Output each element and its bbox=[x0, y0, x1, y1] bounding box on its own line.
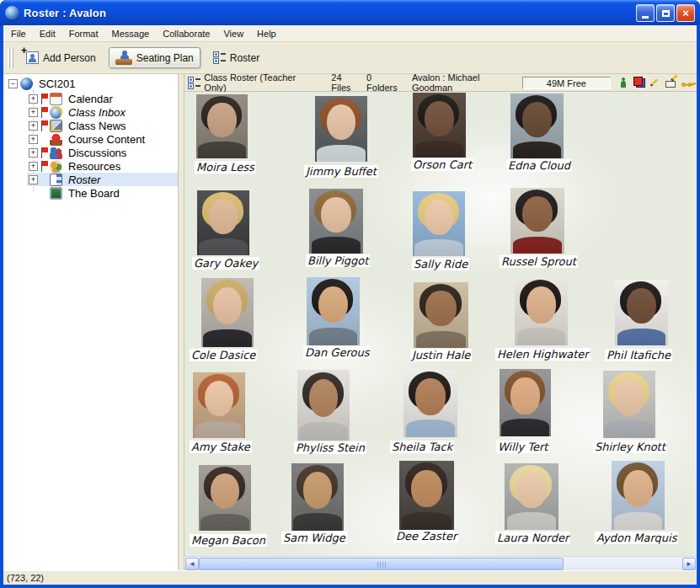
student-name-label[interactable]: Shirley Knott bbox=[593, 441, 667, 453]
tree-item[interactable]: + Discussions bbox=[3, 146, 178, 159]
student-photo[interactable] bbox=[193, 372, 245, 438]
scroll-left-button[interactable]: ◄ bbox=[185, 558, 199, 570]
tree-item[interactable]: + Calendar bbox=[3, 92, 178, 105]
student-name-label[interactable]: Phyliss Stein bbox=[294, 441, 366, 454]
student-name-label[interactable]: Sheila Tack bbox=[390, 441, 454, 453]
pane-splitter[interactable] bbox=[178, 74, 184, 570]
tree-item-label: Calendar bbox=[66, 93, 115, 105]
expand-toggle[interactable]: + bbox=[29, 121, 38, 131]
student-name-label[interactable]: Moira Less bbox=[195, 161, 256, 174]
student-name-label[interactable]: Megan Bacon bbox=[190, 534, 267, 547]
student-photo[interactable] bbox=[309, 189, 363, 254]
portrait-torso bbox=[299, 422, 347, 441]
expand-toggle[interactable]: + bbox=[29, 148, 38, 158]
menu-file[interactable]: File bbox=[3, 27, 33, 40]
student-name-label[interactable]: Amy Stake bbox=[190, 441, 252, 453]
green-person-icon[interactable] bbox=[617, 77, 629, 88]
tree-item[interactable]: The Board bbox=[3, 186, 178, 200]
tree-item[interactable]: + Roster bbox=[3, 173, 178, 186]
toolbar-grip[interactable] bbox=[8, 48, 13, 68]
student-name-label[interactable]: Phil Itafiche bbox=[605, 349, 672, 361]
menu-view[interactable]: View bbox=[216, 27, 250, 40]
student-photo[interactable] bbox=[291, 463, 344, 531]
key-pencil-icon[interactable] bbox=[681, 77, 693, 88]
expand-toggle[interactable]: + bbox=[29, 94, 38, 104]
portrait-hair bbox=[314, 190, 356, 227]
student-photo[interactable] bbox=[315, 96, 367, 162]
minimize-button[interactable] bbox=[636, 4, 655, 22]
expand-toggle[interactable]: + bbox=[29, 175, 38, 184]
student-photo[interactable] bbox=[414, 282, 468, 348]
add-person-button[interactable]: Add Person bbox=[20, 49, 102, 67]
menu-message[interactable]: Message bbox=[105, 27, 157, 40]
student-name-label[interactable]: Justin Hale bbox=[410, 349, 472, 361]
student-name-label[interactable]: Helen Highwater bbox=[495, 348, 590, 361]
tree-item-root[interactable]: − SCI201 bbox=[3, 77, 178, 90]
student-photo[interactable] bbox=[196, 94, 248, 158]
tree-item[interactable]: + Class News bbox=[3, 119, 178, 132]
student-photo[interactable] bbox=[505, 463, 558, 530]
scroll-right-button[interactable]: ► bbox=[682, 558, 696, 570]
portrait-hair bbox=[418, 94, 459, 131]
close-button[interactable]: × bbox=[676, 4, 695, 22]
tree-item[interactable]: + Course Content bbox=[3, 132, 178, 146]
roster-toolbar-button[interactable]: Roster bbox=[207, 49, 265, 67]
tree-item[interactable]: + Class Inbox bbox=[3, 105, 178, 119]
student-name-label[interactable]: Laura Norder bbox=[495, 532, 570, 544]
portrait-torso bbox=[406, 420, 456, 437]
files-count: 24 Files bbox=[331, 72, 362, 93]
student-name-label[interactable]: Sally Ride bbox=[412, 258, 469, 270]
menu-collaborate[interactable]: Collaborate bbox=[156, 27, 216, 40]
student-photo[interactable] bbox=[603, 371, 655, 438]
student-name-label[interactable]: Jimmy Buffet bbox=[304, 165, 378, 178]
student-photo[interactable] bbox=[510, 188, 564, 254]
student-name-label[interactable]: Dee Zaster bbox=[394, 530, 458, 543]
student-photo[interactable] bbox=[612, 461, 665, 530]
menu-format[interactable]: Format bbox=[62, 27, 105, 40]
student-name-label[interactable]: Aydon Marquis bbox=[595, 532, 678, 544]
portrait-hair bbox=[206, 280, 247, 318]
student-photo[interactable] bbox=[515, 278, 568, 345]
student-photo[interactable] bbox=[403, 370, 457, 437]
student-name-label[interactable]: Willy Tert bbox=[496, 441, 549, 453]
menu-edit[interactable]: Edit bbox=[33, 27, 62, 40]
seating-plan-button[interactable]: Seating Plan bbox=[109, 47, 200, 68]
roster-canvas[interactable]: ◄ ► Moira Less Jimmy Buffet Orson Cart E… bbox=[184, 92, 697, 570]
collapse-toggle[interactable]: − bbox=[8, 79, 18, 88]
menu-help[interactable]: Help bbox=[250, 27, 283, 40]
student-name-label[interactable]: Dan Gerous bbox=[303, 346, 371, 359]
student-name-label[interactable]: Edna Cloud bbox=[506, 159, 572, 172]
student-photo[interactable] bbox=[413, 191, 465, 256]
student-name-label[interactable]: Russel Sprout bbox=[500, 255, 578, 268]
unread-flag-icon bbox=[40, 107, 48, 118]
expand-toggle[interactable]: + bbox=[29, 135, 38, 144]
maximize-button[interactable] bbox=[656, 4, 675, 22]
expand-toggle[interactable]: + bbox=[29, 108, 38, 117]
expand-toggle[interactable]: + bbox=[29, 162, 38, 171]
student-photo[interactable] bbox=[297, 370, 350, 441]
student-photo[interactable] bbox=[413, 93, 466, 158]
student-photo[interactable] bbox=[199, 465, 251, 531]
student-photo[interactable] bbox=[615, 280, 668, 345]
portrait-torso bbox=[507, 512, 557, 530]
tree-item[interactable]: + Resources bbox=[3, 159, 178, 173]
student-name-label[interactable]: Cole Dasice bbox=[190, 349, 257, 361]
student-name-label[interactable]: Sam Widge bbox=[281, 532, 347, 544]
tree-children: + Calendar + Class Inbox + Class News + … bbox=[3, 92, 178, 200]
student-photo[interactable] bbox=[197, 190, 249, 255]
student-photo[interactable] bbox=[307, 277, 360, 345]
student-name-label[interactable]: Gary Oakey bbox=[192, 257, 259, 270]
student-photo[interactable] bbox=[399, 461, 454, 530]
horizontal-scrollbar[interactable]: ◄ ► bbox=[184, 556, 697, 570]
envelope-pencil-icon[interactable] bbox=[665, 77, 677, 88]
student-name-label[interactable]: Billy Piggot bbox=[306, 254, 370, 267]
student-photo[interactable] bbox=[500, 369, 551, 436]
portrait-torso bbox=[317, 145, 365, 162]
overlapping-windows-icon[interactable] bbox=[633, 77, 645, 88]
pencil-icon[interactable] bbox=[649, 77, 661, 88]
student-name-label[interactable]: Orson Cart bbox=[411, 158, 473, 171]
student-photo[interactable] bbox=[201, 278, 254, 347]
student-photo[interactable] bbox=[510, 94, 564, 158]
tool-bar: Add Person Seating Plan Roster bbox=[3, 42, 697, 74]
scrollbar-thumb[interactable] bbox=[199, 558, 564, 570]
